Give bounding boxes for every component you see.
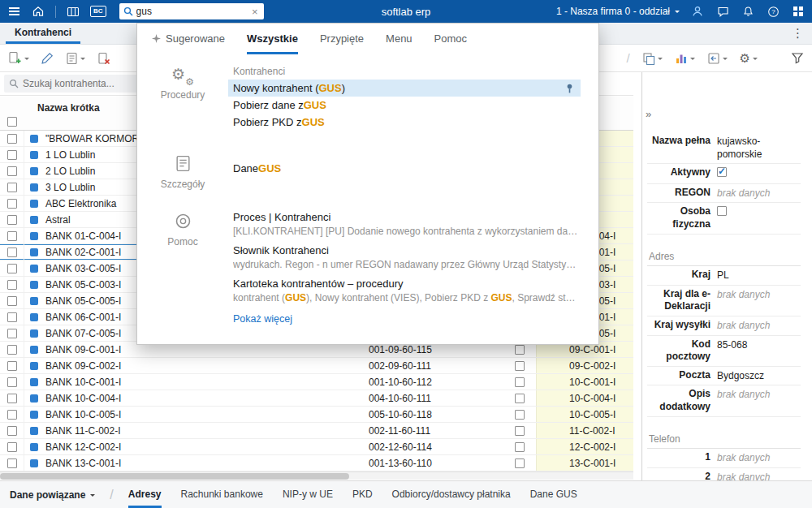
field-checkbox[interactable] [717,167,727,177]
show-more-link[interactable]: Pokaż więcej [233,313,292,325]
related-data-dropdown[interactable]: Dane powiązane [10,481,95,508]
export-button[interactable] [707,52,728,65]
clear-search-icon[interactable]: × [250,6,260,17]
notifications-button[interactable] [741,4,755,19]
collapse-panel-button[interactable]: » [646,108,651,120]
field-checkbox[interactable] [717,206,727,216]
row-checkbox[interactable] [7,280,17,290]
delete-button[interactable] [97,52,110,65]
contractor-icon [30,183,38,192]
related-tab[interactable]: PKD [352,481,373,508]
search-result-item[interactable]: Dane GUS [228,160,581,177]
related-tab[interactable]: NIP-y w UE [283,481,333,508]
contractor-icon [30,394,38,403]
row-checkbox[interactable] [7,442,17,452]
row-flag-checkbox[interactable] [515,345,525,355]
row-checkbox[interactable] [7,312,17,322]
row-checkbox[interactable] [7,426,17,436]
row-checkbox[interactable] [7,264,17,273]
field-label: Osoba fizyczna [647,205,717,230]
row-checkbox[interactable] [7,231,17,241]
contractor-code-cell: 10-C-004-I [536,390,633,406]
chevron-down-icon [24,58,29,62]
details-button[interactable] [66,52,85,65]
chart-button[interactable] [675,52,695,64]
row-checkbox[interactable] [7,199,17,209]
duplicate-button[interactable] [642,52,663,65]
add-contractor-button[interactable] [8,51,29,65]
user-icon [691,5,704,18]
row-checkbox[interactable] [7,183,17,192]
row-checkbox[interactable] [7,345,17,355]
column-header-name[interactable]: Nazwa krótka [37,102,100,114]
row-flag-checkbox[interactable] [515,361,525,371]
columns-module-button[interactable] [66,4,80,19]
pin-icon[interactable] [565,84,574,93]
table-row[interactable]: BANK 10-C-004-I 004-10-60-111 10-C-004-I [0,390,633,407]
field-value-cell: PL [717,269,801,282]
popup-tab[interactable]: Menu [386,24,412,54]
row-flag-checkbox[interactable] [515,458,525,468]
popup-tab[interactable]: Pomoc [434,24,467,54]
table-row[interactable]: BANK 10-C-001-I 001-10-60-112 10-C-001-I [0,374,633,390]
help-result-item[interactable]: Proces | Kontrahenci [KLI.KONTRAHENT] [P… [228,211,581,237]
horizontal-scrollbar[interactable] [0,471,633,480]
row-flag-checkbox[interactable] [515,394,525,403]
table-row[interactable]: BANK 12-C-002-I 002-12-60-114 12-C-002-I [0,439,633,455]
help-results: Proces | Kontrahenci [KLI.KONTRAHENT] [P… [228,211,581,304]
result-highlight: GUS [319,82,342,94]
chat-button[interactable] [715,4,730,19]
row-flag-checkbox[interactable] [515,377,525,387]
row-checkbox[interactable] [7,215,17,225]
global-search-box[interactable]: × [119,3,264,19]
row-checkbox[interactable] [7,150,17,160]
global-search-input[interactable] [136,6,247,17]
result-group-header: Kontrahenci [233,66,581,77]
table-row[interactable]: BANK 11-C-002-I 002-11-60-111 11-C-002-I [0,423,633,439]
apps-grid-button[interactable] [791,4,806,19]
home-button[interactable] [31,4,45,19]
user-profile-button[interactable] [690,4,705,19]
row-checkbox[interactable] [7,361,17,371]
contractor-icon [30,151,38,159]
row-checkbox[interactable] [7,329,17,338]
table-row[interactable]: BANK 13-C-001-I 001-13-60-110 13-C-001-I [0,455,633,471]
scrollbar-thumb[interactable] [0,473,349,480]
filter-button[interactable] [791,52,804,64]
edit-button[interactable] [41,52,54,64]
hamburger-menu-button[interactable] [6,4,21,19]
popup-tab[interactable]: Sugerowane [152,24,225,54]
row-checkbox[interactable] [7,458,17,468]
search-result-item[interactable]: Pobierz dane z GUS [228,97,581,114]
search-result-item[interactable]: Pobierz PKD z GUS [228,114,581,131]
contractor-icon [30,281,38,289]
search-result-item[interactable]: Nowy kontrahent (GUS) [228,80,581,97]
row-checkbox[interactable] [7,134,17,144]
bc-module-button[interactable]: BC [90,6,106,17]
company-selector[interactable]: 1 - Nasza firma 0 - oddział [556,6,680,17]
row-checkbox[interactable] [7,377,17,387]
table-row[interactable]: BANK 10-C-005-I 005-10-60-118 10-C-005-I [0,407,633,423]
related-tab[interactable]: Odbiorcy/dostawcy płatnika [392,481,511,508]
help-button[interactable]: ? [766,4,780,19]
related-tab[interactable]: Dane GUS [530,481,577,508]
related-tab[interactable]: Adresy [128,481,162,508]
tab-kontrahenci[interactable]: Kontrahenci [6,23,80,44]
row-flag-checkbox[interactable] [515,410,525,420]
table-row[interactable]: BANK 09-C-002-I 002-09-60-111 09-C-002-I [0,358,633,374]
settings-button[interactable]: ⚙ [740,52,758,64]
related-tab[interactable]: Rachunki bankowe [181,481,263,508]
row-checkbox[interactable] [7,296,17,306]
popup-tab[interactable]: Wszystkie [247,24,298,54]
help-result-item[interactable]: Słownik Kontrahenci wydrukach. Regon - n… [228,244,581,270]
more-options-icon[interactable]: ⋮ [792,26,804,41]
row-checkbox[interactable] [7,166,17,176]
popup-tab[interactable]: Przypięte [320,24,364,54]
row-checkbox[interactable] [7,394,17,403]
row-flag-checkbox[interactable] [515,442,525,452]
row-flag-checkbox[interactable] [515,426,525,436]
row-checkbox[interactable] [7,410,17,420]
select-all-checkbox[interactable] [7,117,17,127]
row-checkbox[interactable] [7,248,17,257]
help-result-item[interactable]: Kartoteka kontrahentów – procedury kontr… [228,278,581,304]
